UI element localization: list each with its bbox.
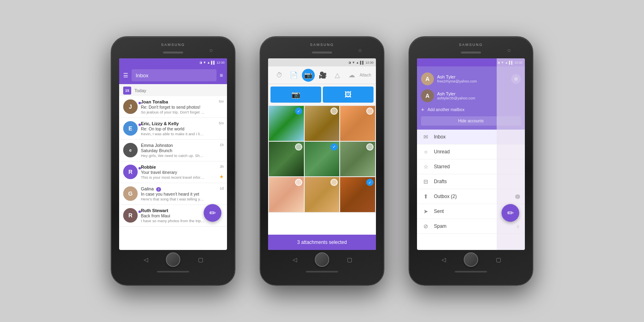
email-sender: Eric, Lizzy & Kelly	[141, 121, 223, 126]
bottom-speaker	[306, 271, 338, 272]
phone-3-screen: ◑ ▼ ▲ ▌▌ 12:30 A Ash Tyler free2rhyme@ya…	[417, 58, 525, 250]
back-button[interactable]: ◁	[291, 256, 299, 264]
action-buttons[interactable]: 📷 🖼	[268, 84, 376, 105]
recents-button[interactable]: ▢	[345, 256, 353, 264]
email-preview: Here's that song that I was telling you …	[141, 197, 205, 201]
phone-3: ◑ ▼ ▲ ▌▌ 12:30 A Ash Tyler free2rhyme@ya…	[409, 36, 533, 286]
add-mailbox-label: Add another mailbox	[427, 107, 464, 112]
status-time-2: ◑ ▼ ▲ ▌▌ 12:30	[348, 61, 374, 64]
video-icon[interactable]: 🎥	[316, 69, 329, 82]
camera-tab-icon[interactable]: 📷	[302, 69, 315, 82]
email-preview: This is your most recent travel informat…	[141, 175, 205, 180]
email-subject: Re: Don't forget to send photos!	[141, 105, 223, 109]
attach-footer[interactable]: 3 attachments selected	[268, 235, 376, 250]
photo-cell-3[interactable]	[340, 106, 375, 141]
avatar: e	[123, 143, 138, 157]
photo-cell-1[interactable]: ✓	[269, 106, 304, 141]
email-subject: In case you haven't heard it yet	[141, 192, 223, 196]
sent-nav-icon: ➤	[422, 208, 430, 215]
email-time: 1h	[220, 143, 224, 147]
email-item[interactable]: R Robbie Your travel itinerary This is y…	[119, 161, 227, 183]
home-button[interactable]	[315, 252, 329, 267]
unread-dot	[138, 124, 141, 126]
compose-fab[interactable]: ✏	[204, 204, 221, 222]
inbox-search-bar[interactable]: Inbox	[132, 69, 217, 81]
photo-selected-1: ✓	[295, 107, 302, 115]
compose-fab-3[interactable]: ✏	[502, 204, 519, 222]
unread-nav-icon: ○	[422, 149, 430, 155]
nav-buttons-1: ◁ ▢	[142, 252, 204, 267]
star-icon[interactable]: ★	[219, 174, 224, 180]
attachments-selected-label: 3 attachments selected	[297, 239, 347, 245]
email-item[interactable]: e Emma Johnston Saturday Brunch Hey girl…	[119, 140, 227, 161]
spam-nav-icon: ⊘	[422, 223, 430, 229]
photo-grid[interactable]: ✓ ✓	[268, 105, 376, 213]
back-button[interactable]: ◁	[440, 256, 448, 264]
attach-label: Attach	[360, 73, 371, 77]
plus-icon: +	[421, 106, 424, 113]
avatar: R	[123, 165, 138, 179]
phone-1: ◑ ▼ ▲ ▌▌ 12:30 ☰ Inbox ≡ 15 Today	[111, 36, 235, 286]
photo-cell-9[interactable]: ✓	[340, 177, 375, 212]
phone-2-bottom: ◁ ▢	[291, 252, 353, 272]
take-photo-button[interactable]: 📷	[270, 87, 321, 103]
inbox-title: Inbox	[136, 72, 149, 78]
email-item[interactable]: G Galina 2 In case you haven't heard it …	[119, 183, 227, 205]
account-avatar-2: A	[421, 89, 434, 102]
phone-2: ◑ ▼ ▲ ▌▌ 12:30 ⏱ 📄 📷 🎥 △ ☁ Attach 📷 🖼	[260, 36, 384, 286]
photo-cell-8[interactable]	[305, 177, 340, 212]
bottom-speaker	[157, 271, 189, 272]
scene: ◑ ▼ ▲ ▌▌ 12:30 ☰ Inbox ≡ 15 Today	[0, 0, 644, 322]
email-sender: Emma Johnston	[141, 143, 223, 148]
doc-icon[interactable]: 📄	[287, 69, 300, 82]
email-subject: Your travel itinerary	[141, 170, 223, 175]
photo-unselected-4	[295, 143, 302, 151]
email-time: 5m	[219, 121, 224, 125]
browse-gallery-button[interactable]: 🖼	[323, 87, 374, 103]
email-time: 3h	[220, 165, 224, 169]
outbox-nav-icon: ⬆	[422, 193, 430, 200]
photo-cell-4[interactable]	[269, 142, 304, 177]
account-avatar-1: A	[421, 72, 434, 85]
app-bar-1[interactable]: ☰ Inbox ≡	[119, 66, 227, 84]
status-bar-1: ◑ ▼ ▲ ▌▌ 12:30	[119, 58, 227, 66]
phone-3-top	[409, 37, 533, 54]
hamburger-icon[interactable]: ☰	[123, 72, 128, 78]
back-button[interactable]: ◁	[142, 256, 150, 264]
avatar: J	[123, 99, 138, 114]
unread-dot	[138, 211, 141, 213]
email-content: Emma Johnston Saturday Brunch Hey girls,…	[141, 143, 223, 158]
starred-nav-icon: ☆	[422, 163, 430, 170]
photo-cell-6[interactable]	[340, 142, 375, 177]
status-bar-2: ◑ ▼ ▲ ▌▌ 12:30	[268, 58, 376, 66]
photo-cell-5[interactable]: ✓	[305, 142, 340, 177]
recent-icon[interactable]: ⏱	[273, 69, 286, 82]
speaker	[312, 52, 332, 54]
photo-cell-7[interactable]	[269, 177, 304, 212]
location-icon[interactable]: △	[331, 69, 344, 82]
email-content: Eric, Lizzy & Kelly Re: On top of the wo…	[141, 121, 223, 136]
recents-button[interactable]: ▢	[196, 256, 204, 264]
photo-selected-5: ✓	[330, 143, 338, 151]
calendar-icon: 15	[123, 87, 131, 95]
avatar: E	[123, 121, 138, 136]
email-preview: I have so many photos from the trip th..…	[141, 219, 205, 223]
home-button[interactable]	[166, 252, 180, 267]
unread-dot	[138, 167, 141, 169]
list-view-icon[interactable]: ≡	[220, 72, 223, 78]
phone-2-screen: ◑ ▼ ▲ ▌▌ 12:30 ⏱ 📄 📷 🎥 △ ☁ Attach 📷 🖼	[268, 58, 376, 250]
recents-button[interactable]: ▢	[494, 256, 502, 264]
camera-dot	[210, 49, 213, 52]
nav-buttons-3: ◁ ▢	[440, 252, 502, 267]
email-content: Joan Toralba Re: Don't forget to send ph…	[141, 99, 223, 114]
email-content: Galina 2 In case you haven't heard it ye…	[141, 186, 223, 201]
camera-dot	[359, 49, 361, 52]
email-item[interactable]: J Joan Toralba Re: Don't forget to send …	[119, 96, 227, 118]
avatar: G	[123, 186, 138, 201]
email-item[interactable]: E Eric, Lizzy & Kelly Re: On top of the …	[119, 118, 227, 140]
phone-2-top	[260, 37, 384, 54]
attach-toolbar[interactable]: ⏱ 📄 📷 🎥 △ ☁ Attach	[268, 66, 376, 84]
photo-cell-2[interactable]	[305, 106, 340, 141]
home-button[interactable]	[464, 252, 478, 267]
cloud-icon[interactable]: ☁	[345, 69, 358, 82]
